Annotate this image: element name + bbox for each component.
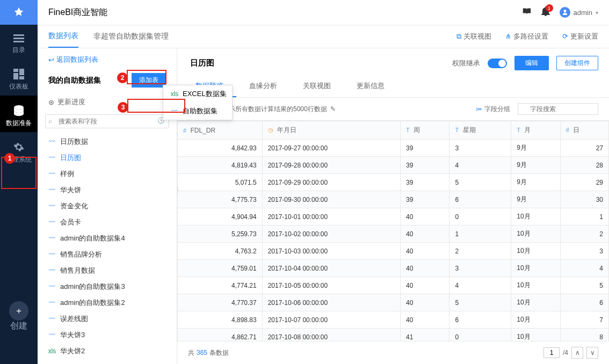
search-input[interactable] [45,114,169,128]
column-header[interactable]: # 日 [560,121,608,140]
nav-data-prep[interactable]: 数据准备 [0,96,38,132]
table-cell: 39 [400,157,449,174]
table-cell: 4,775.73 [178,191,263,208]
page-title: 日历图 [190,58,214,68]
tree-item[interactable]: 〰会员卡 [38,214,177,230]
table-cell: 5 [560,277,608,294]
table-cell: 2 [560,225,608,243]
edit-button[interactable]: 编辑 [514,56,549,70]
avatar-icon [560,7,570,18]
table-tree: 〰日历数据〰日历图〰样例〰华夫饼〰资金变化〰会员卡〰admin的自助数据集4〰销… [38,132,177,364]
tree-item[interactable]: 〰销售月数据 [38,263,177,279]
tree-item-label: 样例 [60,169,74,179]
table-cell: 8 [560,329,608,341]
link-update-settings[interactable]: ⟳ 更新设置 [562,32,598,41]
table-cell: 1 [560,208,608,225]
table-row[interactable]: 4,819.432017-09-28 00:00:003949月28 [178,157,609,174]
column-header[interactable]: # FDL_DR [178,121,263,140]
page-input[interactable] [543,347,560,358]
tree-item-label: 资金变化 [60,201,88,211]
link-multipath[interactable]: ⋔ 多路径设置 [505,32,548,41]
nav-create[interactable]: ＋ 创建 [9,288,28,332]
table-row[interactable]: 4,904.942017-10-01 00:00:0040010月1 [178,208,609,225]
subtab-relation-view[interactable]: 关联视图 [290,76,344,97]
tab-data-list[interactable]: 数据列表 [48,25,78,48]
data-grid[interactable]: # FDL_DR◷ 年月日T 周T 星期T 月# 日 4,842.932017-… [177,121,609,341]
table-row[interactable]: 4,842.932017-09-27 00:00:003939月27 [178,140,609,157]
page-next-button[interactable]: ∨ [586,347,598,359]
tree-item[interactable]: 〰日历图 [38,150,177,166]
xls-icon: xls [48,347,56,355]
tree-item[interactable]: 〰日历数据 [38,134,177,150]
table-row[interactable]: 4,759.012017-10-04 00:00:0040310月4 [178,260,609,277]
tab-self-dataset-mgmt[interactable]: 非超管自助数据集管理 [93,25,169,48]
tree-item[interactable]: 〰admin的自助数据集2 [38,295,177,311]
column-header[interactable]: ◷ 年月日 [262,121,400,140]
total-suffix: 条数据 [209,348,229,358]
nav-directory[interactable]: 目录 [0,25,38,59]
tree-item-label: 日历图 [60,153,81,163]
column-header[interactable]: T 月 [511,121,560,140]
link-label: 更新设置 [570,32,598,41]
app-logo[interactable] [0,0,38,25]
book-icon[interactable] [522,7,532,18]
search-icon: ⌕ [48,117,52,125]
table-cell: 39 [400,174,449,191]
back-link[interactable]: ↩ 返回数据列表 [38,48,177,71]
tree-item[interactable]: xls华夫饼2 [38,343,177,359]
table-cell: 40 [400,208,449,225]
table-row[interactable]: 5,071.52017-09-29 00:00:003959月29 [178,174,609,191]
step-badge-1: 1 [4,153,15,164]
resize-handle[interactable]: ⋮⋮ [175,188,180,192]
menu-self-dataset[interactable]: 〰 自助数据集 [163,103,232,120]
tree-item[interactable]: 〰admin的自助数据集3 [38,279,177,295]
column-header[interactable]: T 星期 [450,121,511,140]
gear-icon [13,142,24,152]
num-type-icon: # [183,127,186,134]
tree-item[interactable]: 〰误差线图 [38,311,177,327]
column-label: 周 [414,126,420,134]
logo-icon [13,6,25,18]
tree-item[interactable]: 〰销售品牌分析 [38,246,177,263]
field-group-button[interactable]: ≔ 字段分组 [476,105,510,114]
svg-rect-4 [19,69,24,75]
table-row[interactable]: 4,862.712017-10-08 00:00:0041010月8 [178,329,609,341]
subtab-lineage[interactable]: 血缘分析 [236,76,290,97]
table-cell: 4 [560,260,608,277]
subtab-update-info[interactable]: 更新信息 [344,76,397,97]
table-row[interactable]: 4,763.22017-10-03 00:00:0040210月3 [178,243,609,260]
inherit-toggle[interactable] [488,59,507,68]
tree-item[interactable]: 〰华夫饼 [38,182,177,198]
tree-item[interactable]: 〰样例 [38,166,177,182]
table-cell: 5 [450,294,511,311]
table-row[interactable]: 4,774.212017-10-05 00:00:0040410月5 [178,277,609,294]
menu-excel-dataset[interactable]: xls EXCEL数据集 [163,85,232,103]
column-label: FDL_DR [190,127,215,134]
table-row[interactable]: 5,259.732017-10-02 00:00:0040110月2 [178,225,609,243]
tree-item[interactable]: 〰华夫饼3 [38,327,177,343]
update-progress[interactable]: ⊛ 更新进度 [38,93,177,111]
page-prev-button[interactable]: ∧ [571,347,583,359]
link-relation-view[interactable]: ⧉ 关联视图 [456,32,491,41]
column-header[interactable]: T 周 [400,121,449,140]
field-search-input[interactable] [518,103,598,115]
nav-dashboard[interactable]: 仪表板 [0,59,38,96]
grid-footer: 共 365 条数据 /4 ∧ ∨ [177,341,609,364]
tree-item-label: admin的自助数据集2 [60,298,125,308]
table-row[interactable]: 4,898.832017-10-07 00:00:0040610月7 [178,311,609,329]
table-cell: 5 [450,174,511,191]
table-cell: 2017-10-03 00:00:00 [262,243,400,260]
bell-icon[interactable]: 1 [541,6,550,18]
tree-item[interactable]: 〰admin的自助数据集4 [38,230,177,246]
edit-icon[interactable]: ✎ [330,105,336,113]
add-table-button[interactable]: 添加表 [132,73,166,88]
user-menu[interactable]: admin ▾ [560,7,598,18]
tree-item[interactable]: 〰资金变化 [38,198,177,214]
table-cell: 10月 [511,208,560,225]
table-row[interactable]: 4,775.732017-09-30 00:00:003969月30 [178,191,609,208]
nav-admin[interactable]: 管理系统 [0,132,38,169]
create-component-button[interactable]: 创建组件 [556,56,598,70]
table-cell: 3 [450,260,511,277]
table-row[interactable]: 4,770.372017-10-06 00:00:0040510月6 [178,294,609,311]
progress-icon: ⊛ [48,98,54,106]
